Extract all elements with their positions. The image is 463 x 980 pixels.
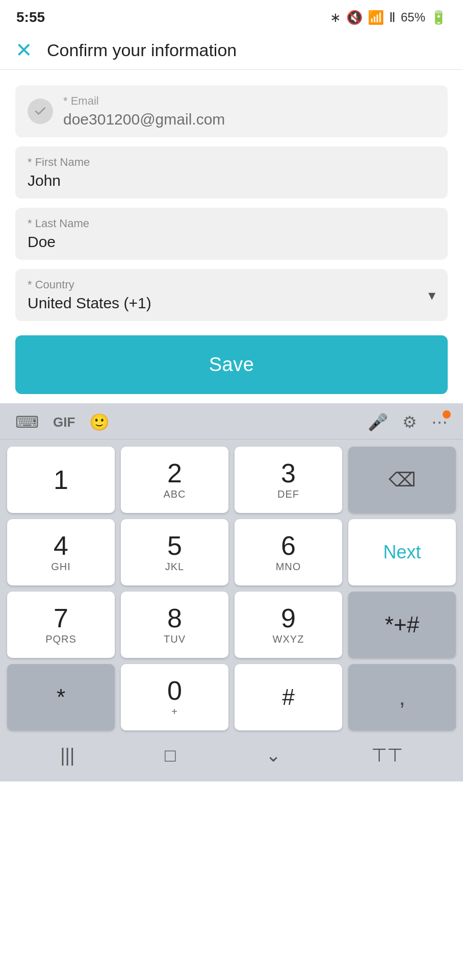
star-label: * [57,684,65,710]
key-6-letters: MNO [276,561,301,573]
key-5[interactable]: 5 JKL [121,519,228,585]
nav-home-icon[interactable]: □ [165,745,176,766]
emoji-icon[interactable]: 🙂 [89,412,110,432]
nav-recents-icon[interactable]: ⌄ [266,745,281,766]
form-area: * Email doe301200@gmail.com * First Name… [0,70,463,321]
key-6-number: 6 [281,532,296,559]
status-bar: 5:55 ∗ 🔇 📶 Ⅱ 65% 🔋 [0,0,463,31]
key-7[interactable]: 7 PQRS [7,592,115,658]
comma-label: , [399,684,405,710]
bluetooth-icon: ∗ [330,10,341,26]
last-name-label: * Last Name [28,217,435,230]
last-name-value: Doe [28,233,435,251]
key-8-letters: TUV [164,633,186,645]
keyboard-icon[interactable]: ⌨ [15,412,39,432]
settings-icon[interactable]: ⚙ [402,412,417,432]
key-0-number: 0 [167,677,182,704]
key-3-letters: DEF [277,488,299,500]
battery-text: 65% [401,10,425,24]
key-9-letters: WXYZ [273,633,304,645]
key-4-number: 4 [54,532,68,559]
key-4[interactable]: 4 GHI [7,519,115,585]
mute-icon: 🔇 [346,10,363,26]
email-value: doe301200@gmail.com [63,111,225,128]
first-name-label: * First Name [28,156,435,169]
hash-label: # [282,684,294,710]
email-label: * Email [63,94,225,108]
key-backspace[interactable]: ⌫ [348,447,456,513]
notification-dot [443,410,451,419]
chevron-down-icon: ▾ [428,287,435,304]
wifi-icon: 📶 [368,10,384,26]
key-star[interactable]: * [7,664,115,730]
country-label: * Country [28,278,151,291]
backspace-icon: ⌫ [389,469,416,491]
email-field[interactable]: * Email doe301200@gmail.com [15,85,448,137]
nav-back-icon[interactable]: ||| [60,745,74,766]
key-5-letters: JKL [165,561,184,573]
microphone-icon[interactable]: 🎤 [368,412,388,432]
symbols-label: *+# [385,612,419,638]
more-icon[interactable]: ⋯ [431,412,448,432]
last-name-field[interactable]: * Last Name Doe [15,208,448,260]
keyboard-area: ⌨ GIF 🙂 🎤 ⚙ ⋯ 1 2 ABC 3 DEF ⌫ 4 GH [0,403,463,781]
key-8-number: 8 [167,605,182,631]
country-value: United States (+1) [28,295,151,312]
country-field[interactable]: * Country United States (+1) ▾ [15,269,448,321]
key-7-number: 7 [54,605,68,631]
key-2-number: 2 [167,460,182,486]
key-0-plus: + [171,706,178,718]
nav-bar: ||| □ ⌄ ⊤⊤ [0,733,463,781]
key-9-number: 9 [281,605,296,631]
save-button[interactable]: Save [15,335,448,394]
status-icons: ∗ 🔇 📶 Ⅱ 65% 🔋 [330,10,447,26]
next-label: Next [383,542,421,563]
key-symbols[interactable]: *+# [348,592,456,658]
key-2-letters: ABC [163,488,186,500]
keyboard-grid: 1 2 ABC 3 DEF ⌫ 4 GHI 5 JKL 6 MNO Next [0,439,463,733]
key-next[interactable]: Next [348,519,456,585]
email-field-content: * Email doe301200@gmail.com [63,94,225,128]
keyboard-toolbar: ⌨ GIF 🙂 🎤 ⚙ ⋯ [0,403,463,439]
gif-icon[interactable]: GIF [53,414,75,430]
first-name-field[interactable]: * First Name John [15,146,448,199]
key-7-letters: PQRS [45,633,76,645]
email-check-icon [28,99,53,124]
key-3-number: 3 [281,460,296,486]
first-name-value: John [28,172,435,189]
status-time: 5:55 [16,9,45,26]
key-comma[interactable]: , [348,664,456,730]
key-0[interactable]: 0 + [121,664,228,730]
key-1[interactable]: 1 [7,447,115,513]
key-3[interactable]: 3 DEF [235,447,342,513]
key-6[interactable]: 6 MNO [235,519,342,585]
key-4-letters: GHI [51,561,71,573]
nav-keyboard-icon[interactable]: ⊤⊤ [371,745,403,766]
key-hash[interactable]: # [235,664,342,730]
signal-icon: Ⅱ [389,10,396,26]
battery-icon: 🔋 [430,10,447,26]
country-field-content: * Country United States (+1) [28,278,151,312]
key-8[interactable]: 8 TUV [121,592,228,658]
key-2[interactable]: 2 ABC [121,447,228,513]
page-title: Confirm your information [47,40,237,60]
key-1-number: 1 [54,467,68,493]
key-9[interactable]: 9 WXYZ [235,592,342,658]
header: ✕ Confirm your information [0,31,463,70]
key-5-number: 5 [167,532,182,559]
close-button[interactable]: ✕ [15,40,33,60]
